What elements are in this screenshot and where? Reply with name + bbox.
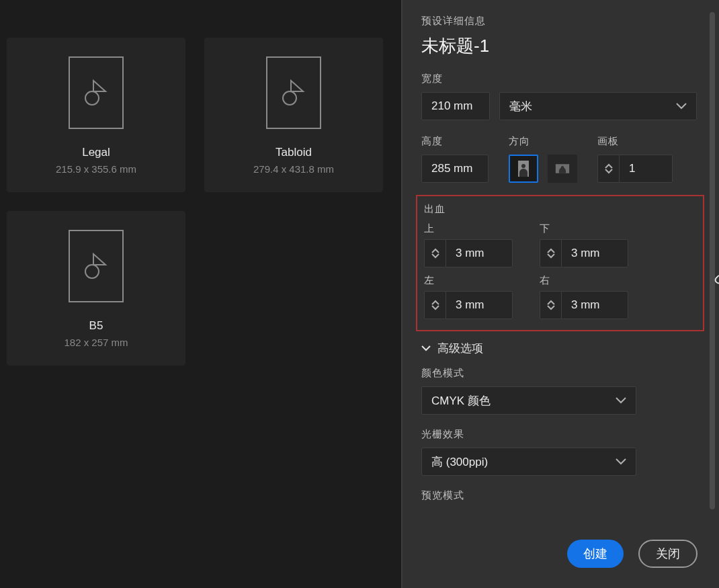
svg-point-3 <box>283 91 296 105</box>
color-mode-value: CMYK 颜色 <box>431 393 491 409</box>
preset-panel: Legal 215.9 x 355.6 mm Tabloid 279.4 x 4… <box>0 0 401 588</box>
width-value: 210 mm <box>431 99 472 113</box>
bleed-left-stepper[interactable]: 3 mm <box>424 291 536 319</box>
close-button-label: 关闭 <box>656 546 680 562</box>
artboard-label: 画板 <box>597 135 673 148</box>
artboard-count-field[interactable]: 1 <box>619 155 673 183</box>
svg-marker-0 <box>93 81 105 91</box>
orientation-portrait-button[interactable] <box>509 155 538 183</box>
bleed-top-label: 上 <box>424 222 536 235</box>
create-button-label: 创建 <box>583 546 607 562</box>
bleed-left-label: 左 <box>424 274 536 287</box>
orientation-landscape-button[interactable] <box>548 155 577 183</box>
advanced-options-label: 高级选项 <box>437 341 483 356</box>
panel-title: 预设详细信息 <box>421 15 699 28</box>
bleed-right-label: 右 <box>540 274 651 287</box>
preset-dimensions: 279.4 x 431.8 mm <box>253 163 334 175</box>
unit-value: 毫米 <box>509 99 532 114</box>
svg-point-1 <box>85 91 99 105</box>
bleed-section: 出血 上 3 mm 下 3 m <box>416 195 704 331</box>
bleed-bottom-stepper[interactable]: 3 mm <box>540 239 651 267</box>
document-icon <box>69 230 124 302</box>
preset-dimensions: 182 x 257 mm <box>64 337 128 348</box>
link-values-icon[interactable] <box>714 270 719 287</box>
color-mode-select[interactable]: CMYK 颜色 <box>421 386 636 415</box>
chevron-down-icon <box>421 345 431 352</box>
scrollbar[interactable] <box>710 12 715 523</box>
preset-card-tabloid[interactable]: Tabloid 279.4 x 431.8 mm <box>204 38 383 192</box>
document-icon <box>266 56 321 129</box>
artboard-count-value: 1 <box>629 162 635 175</box>
preset-dimensions: 215.9 x 355.6 mm <box>56 163 136 175</box>
height-label: 高度 <box>421 135 489 148</box>
chevron-down-icon <box>616 394 626 407</box>
svg-marker-2 <box>291 81 303 91</box>
bleed-bottom-label: 下 <box>540 222 651 235</box>
create-button[interactable]: 创建 <box>567 540 624 568</box>
bleed-top-value: 3 mm <box>456 247 484 260</box>
width-field[interactable]: 210 mm <box>421 92 490 120</box>
color-mode-label: 颜色模式 <box>421 367 699 380</box>
artboard-stepper[interactable]: 1 <box>597 155 673 183</box>
stepper-arrows-icon[interactable] <box>540 239 561 267</box>
bleed-title: 出血 <box>424 203 693 216</box>
raster-value: 高 (300ppi) <box>431 454 488 470</box>
bleed-right-value: 3 mm <box>571 298 600 312</box>
bleed-right-stepper[interactable]: 3 mm <box>540 291 651 319</box>
preset-card-legal[interactable]: Legal 215.9 x 355.6 mm <box>7 38 185 192</box>
orientation-label: 方向 <box>509 135 577 148</box>
svg-point-5 <box>85 265 99 278</box>
bleed-left-value: 3 mm <box>456 298 484 312</box>
unit-select[interactable]: 毫米 <box>499 92 697 120</box>
close-button[interactable]: 关闭 <box>638 540 697 568</box>
stepper-arrows-icon[interactable] <box>597 155 619 183</box>
stepper-arrows-icon[interactable] <box>424 239 446 267</box>
preview-mode-label: 预览模式 <box>421 489 699 502</box>
height-value: 285 mm <box>431 162 472 175</box>
svg-marker-4 <box>93 254 105 265</box>
raster-label: 光栅效果 <box>421 428 699 441</box>
preset-card-b5[interactable]: B5 182 x 257 mm <box>7 211 185 366</box>
advanced-options-toggle[interactable]: 高级选项 <box>421 341 699 356</box>
stepper-arrows-icon[interactable] <box>424 291 446 319</box>
preset-title: Tabloid <box>276 146 312 158</box>
document-icon <box>69 56 124 129</box>
stepper-arrows-icon[interactable] <box>540 291 561 319</box>
preset-title: B5 <box>89 320 103 331</box>
document-name[interactable]: 未标题-1 <box>421 34 699 58</box>
svg-point-7 <box>521 164 525 168</box>
chevron-down-icon <box>616 455 626 468</box>
preset-details-panel: 预设详细信息 未标题-1 宽度 210 mm 毫米 高度 285 mm 方向 <box>401 0 719 588</box>
preset-title: Legal <box>82 146 110 158</box>
bleed-top-stepper[interactable]: 3 mm <box>424 239 536 267</box>
chevron-down-icon <box>676 99 687 113</box>
raster-select[interactable]: 高 (300ppi) <box>421 448 636 476</box>
bleed-bottom-value: 3 mm <box>571 247 600 260</box>
height-field[interactable]: 285 mm <box>421 155 489 183</box>
width-label: 宽度 <box>421 73 699 85</box>
